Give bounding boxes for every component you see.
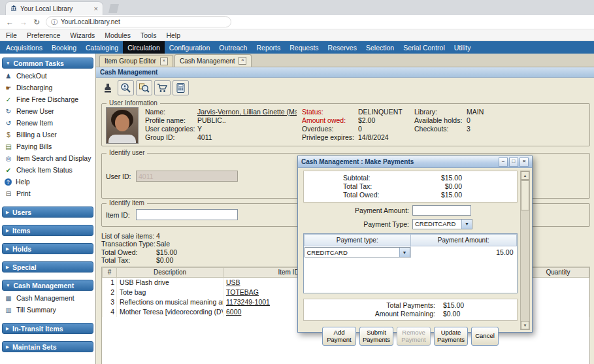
sidebar-section-holds[interactable]: ▶Holds xyxy=(2,243,93,254)
sidebar-item-renew-user[interactable]: ↻Renew User xyxy=(0,105,95,117)
payment-type-select[interactable]: CREDITCARD ▼ xyxy=(412,219,472,229)
sidebar-section-label: Common Tasks xyxy=(13,59,63,67)
tab-close-icon[interactable]: × xyxy=(160,58,168,65)
nav-item-serial-control[interactable]: Serial Control xyxy=(399,41,450,54)
column-header-description[interactable]: Description xyxy=(117,267,223,277)
payments-column-payment-amount[interactable]: Payment Amount: xyxy=(410,235,517,246)
nav-item-reports[interactable]: Reports xyxy=(252,41,285,54)
dialog-minimize-button[interactable]: – xyxy=(499,157,508,167)
cell-description: USB Flash drive xyxy=(117,277,223,288)
sidebar-item-renew-item[interactable]: ↺Renew Item xyxy=(0,117,95,129)
submit-payments-button[interactable]: Submit Payments xyxy=(359,327,393,346)
item-search-button[interactable] xyxy=(136,80,152,95)
sidebar-item-print[interactable]: ⊟Print xyxy=(0,188,95,199)
calculator-button[interactable] xyxy=(173,80,189,95)
dialog-titlebar[interactable]: Cash Management : Make Payments – □ × xyxy=(298,156,532,168)
cell-description: Tote bag xyxy=(117,288,223,297)
item-id-link[interactable]: TOTEBAG xyxy=(226,288,259,296)
sidebar-section-in-transit-items[interactable]: ▶In-Transit Items xyxy=(2,323,93,334)
photo-face xyxy=(115,114,129,131)
group-title: Identify item xyxy=(107,199,147,207)
sidebar-item-cash-management[interactable]: ▦Cash Management xyxy=(0,292,95,304)
menu-item-wizards[interactable]: Wizards xyxy=(70,31,95,39)
menu-item-tools[interactable]: Tools xyxy=(140,31,157,39)
item-id-link[interactable]: 6000 xyxy=(226,308,241,316)
stamp-icon xyxy=(103,83,113,93)
sidebar-section-items[interactable]: ▶Items xyxy=(2,225,93,236)
dialog-scrollbar[interactable]: ▲ ▼ xyxy=(520,171,530,330)
nav-item-requests[interactable]: Requests xyxy=(285,41,323,54)
nav-item-outreach[interactable]: Outreach xyxy=(214,41,252,54)
payments-column-payment-type[interactable]: Payment type: xyxy=(305,235,411,246)
user-id-input[interactable] xyxy=(136,171,238,182)
sidebar-section-common-tasks[interactable]: ▼Common Tasks xyxy=(2,58,93,69)
menu-item-preference[interactable]: Preference xyxy=(27,31,60,39)
dialog-maximize-button[interactable]: □ xyxy=(509,157,518,167)
sidebar-item-help[interactable]: ?Help xyxy=(0,176,95,188)
tab-cash-management[interactable]: Cash Management× xyxy=(174,54,252,67)
url-text: YourLocalLibrary.net xyxy=(61,18,120,25)
chevron-down-icon[interactable]: ▼ xyxy=(461,220,472,229)
sidebar-section-users[interactable]: ▶Users xyxy=(2,207,93,218)
forward-button[interactable]: → xyxy=(20,18,27,26)
menu-item-modules[interactable]: Modules xyxy=(105,31,131,39)
sidebar-item-discharging[interactable]: ☛Discharging xyxy=(0,82,95,93)
payment-amount-input[interactable] xyxy=(412,205,471,216)
menu-item-help[interactable]: Help xyxy=(166,31,180,39)
sidebar-section-maintain-sets[interactable]: ▶Maintain Sets xyxy=(2,341,93,352)
nav-item-acquisitions[interactable]: Acquisitions xyxy=(1,41,47,54)
nav-item-reserves[interactable]: Reserves xyxy=(323,41,361,54)
chevron-down-icon[interactable]: ▼ xyxy=(399,248,410,257)
site-info-icon[interactable]: ⓘ xyxy=(51,18,58,27)
dialog-close-button[interactable]: × xyxy=(520,157,529,167)
item-id-input[interactable] xyxy=(136,209,238,220)
tab-item-group-editor[interactable]: Item Group Editor× xyxy=(99,55,173,67)
sidebar-item-fine-free-discharge[interactable]: ✓Fine Free Discharge xyxy=(0,93,95,105)
stamp-button[interactable] xyxy=(99,80,116,95)
tab-close-icon[interactable]: × xyxy=(94,5,98,12)
user-name-link[interactable]: Jarvis-Vernon, Lillian Ginette (Ms.) xyxy=(197,108,297,116)
payment-row-type-select[interactable]: CREDITCARD▼ xyxy=(305,247,410,257)
item-id-link[interactable]: USB xyxy=(226,278,240,286)
tab-close-icon[interactable]: × xyxy=(239,57,246,65)
update-payments-button[interactable]: Update Payments xyxy=(434,327,468,346)
menu-item-file[interactable]: File xyxy=(6,31,17,39)
browser-tab[interactable]: Your Local Library × xyxy=(5,1,103,15)
nav-item-configuration[interactable]: Configuration xyxy=(165,41,214,54)
cart-button[interactable] xyxy=(154,80,171,95)
item-id-link[interactable]: 1173249-1001 xyxy=(226,298,270,306)
column-header-blank[interactable]: # xyxy=(103,267,117,277)
nav-item-utility[interactable]: Utility xyxy=(450,41,476,54)
reload-button[interactable]: ↻ xyxy=(33,18,40,26)
sidebar-item-item-search-and-display[interactable]: ◎Item Search and Display xyxy=(0,152,95,164)
cell-quantity xyxy=(527,277,589,288)
sidebar-item-check-item-status[interactable]: ✔Check Item Status xyxy=(0,164,95,176)
payment-row[interactable]: CREDITCARD▼15.00 xyxy=(305,246,517,259)
sidebar-section-special[interactable]: ▶Special xyxy=(2,261,93,273)
field-label-group-id: Group ID: xyxy=(145,133,197,141)
user-search-button[interactable] xyxy=(118,80,134,95)
document-tabs: Item Group Editor×Cash Management× xyxy=(96,54,594,67)
sidebar-item-billing-a-user[interactable]: $Billing a User xyxy=(0,129,95,141)
address-bar[interactable]: ⓘ YourLocalLibrary.net xyxy=(46,16,231,27)
scrollbar-thumb[interactable] xyxy=(521,180,529,210)
renew-item-icon: ↺ xyxy=(5,120,12,127)
scroll-down-icon[interactable]: ▼ xyxy=(521,321,529,329)
sidebar-item-till-summary[interactable]: ▥Till Summary xyxy=(0,304,95,316)
scroll-up-icon[interactable]: ▲ xyxy=(521,171,529,180)
add-payment-button[interactable]: Add Payment xyxy=(322,327,356,346)
cancel-button[interactable]: Cancel xyxy=(471,327,499,346)
column-header-quantity[interactable]: Quantity xyxy=(527,267,589,277)
new-tab-button[interactable] xyxy=(108,4,119,13)
nav-item-booking[interactable]: Booking xyxy=(47,41,81,54)
nav-item-cataloging[interactable]: Cataloging xyxy=(81,41,123,54)
nav-item-selection[interactable]: Selection xyxy=(361,41,399,54)
nav-item-circulation[interactable]: Circulation xyxy=(123,41,165,54)
back-button[interactable]: ← xyxy=(6,18,14,26)
sidebar-section-label: Maintain Sets xyxy=(12,343,57,351)
sidebar-item-paying-bills[interactable]: ▤Paying Bills xyxy=(0,141,95,152)
sidebar-item-checkout[interactable]: ♟CheckOut xyxy=(0,70,95,82)
sidebar-section-cash-management[interactable]: ▼Cash Management xyxy=(2,280,93,291)
payment-amount-cell[interactable]: 15.00 xyxy=(410,246,517,259)
browser-tabstrip: Your Local Library × xyxy=(0,0,594,15)
